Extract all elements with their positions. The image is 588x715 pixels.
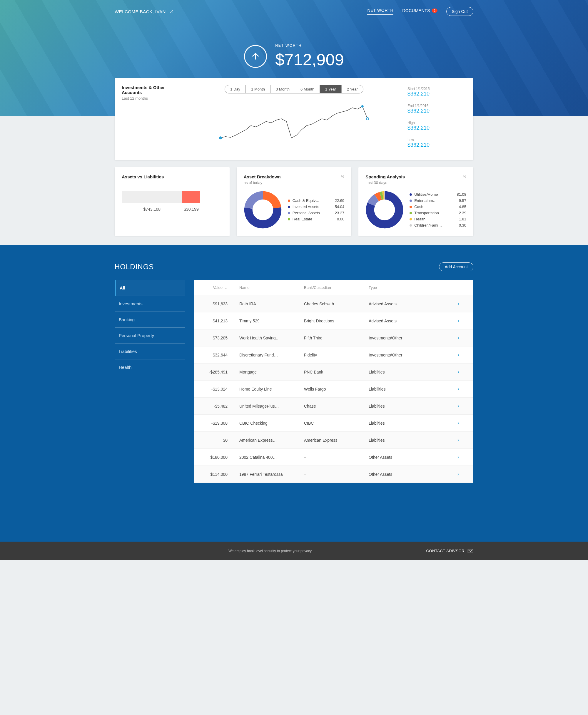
table-row[interactable]: $73,205Work Health Saving…Fifth ThirdInv… (194, 329, 473, 346)
legend-item: Personal Assets23.27 (288, 210, 344, 216)
chevron-right-icon: › (458, 437, 466, 443)
chevron-right-icon: › (458, 369, 466, 375)
svg-point-0 (171, 10, 172, 12)
svg-point-4 (366, 117, 369, 120)
range-tab-1year[interactable]: 1 Year (320, 85, 342, 93)
table-row[interactable]: $91,633Roth IRACharles SchwabAdvised Ass… (194, 295, 473, 312)
asset-breakdown-title: Asset Breakdown (244, 174, 344, 179)
spending-subtitle: Last 30 days (365, 180, 466, 185)
percent-label: % (463, 174, 466, 179)
line-chart (217, 99, 371, 146)
welcome-text: WELCOME BACK, IVAN (115, 9, 174, 14)
holdings-title: HOLDINGS (115, 263, 154, 271)
asset-breakdown-card: Asset Breakdown as of today % Cash & Equ… (237, 167, 352, 236)
avsb-title: Assets vs Liabilities (122, 174, 223, 179)
chevron-right-icon: › (458, 352, 466, 358)
chevron-right-icon: › (458, 335, 466, 341)
legend-item: Cash & Equiv…22.69 (288, 197, 344, 204)
holdings-tab-health[interactable]: Health (115, 360, 185, 375)
table-row[interactable]: -$285,491MortgagePNC BankLiabilties› (194, 364, 473, 381)
legend-item: Entertainm…9.57 (410, 197, 466, 204)
mail-icon (467, 549, 473, 553)
table-row[interactable]: $180,0002002 Catalina 400…–Other Assets› (194, 449, 473, 466)
col-bank-header[interactable]: Bank/Custodian (304, 285, 369, 290)
chevron-right-icon: › (458, 471, 466, 477)
range-tab-1day[interactable]: 1 Day (225, 85, 246, 93)
svg-point-9 (254, 201, 272, 219)
legend-item: Cash4.85 (410, 204, 466, 210)
avsb-bar-chart (122, 191, 223, 203)
chevron-right-icon: › (458, 318, 466, 324)
avsb-assets-value: $743,108 (122, 207, 182, 212)
table-row[interactable]: $114,0001987 Ferrari Testarossa–Other As… (194, 466, 473, 483)
networth-value: $712,909 (275, 50, 344, 69)
table-row[interactable]: -$19,308CBIC CheckingCIBCLiabilties› (194, 415, 473, 432)
range-tab-6month[interactable]: 6 Month (295, 85, 320, 93)
networth-label: NET WORTH (275, 43, 344, 48)
nav-documents[interactable]: DOCUMENTS 2 (402, 8, 437, 15)
holdings-tab-banking[interactable]: Banking (115, 312, 185, 328)
holdings-tab-investments[interactable]: Investments (115, 296, 185, 312)
investments-title: Investments & Other Accounts (122, 85, 181, 95)
col-type-header[interactable]: Type (369, 285, 458, 290)
table-row[interactable]: -$5,482United MileagePlus…ChaseLiabiltie… (194, 397, 473, 415)
holdings-tab-liabilities[interactable]: Liabilities (115, 344, 185, 360)
stat-end-label: End 1/1/2016 (407, 104, 466, 108)
holdings-tab-all[interactable]: All (115, 280, 185, 296)
holdings-table: Value⌄ Name Bank/Custodian Type $91,633R… (194, 280, 473, 483)
svg-rect-17 (468, 549, 473, 552)
welcome-label: WELCOME BACK, IVAN (115, 9, 166, 14)
col-value-header[interactable]: Value⌄ (201, 285, 239, 290)
stat-start-value: $362,210 (407, 91, 466, 97)
col-name-header[interactable]: Name (239, 285, 304, 290)
holdings-tab-personal-property[interactable]: Personal Property (115, 328, 185, 344)
chevron-right-icon: › (458, 386, 466, 392)
chevron-right-icon: › (458, 420, 466, 426)
arrow-up-icon (244, 45, 267, 68)
stat-low-value: $362,210 (407, 142, 466, 148)
legend-item: Invested Assets54.04 (288, 204, 344, 210)
table-row[interactable]: $0American Express…American ExpressLiabi… (194, 432, 473, 449)
legend-item: Children/Fami…0.30 (410, 222, 466, 228)
spending-donut (365, 191, 404, 229)
table-row[interactable]: -$13,024Home Equity LineWells FargoLiabi… (194, 381, 473, 397)
range-tab-2year[interactable]: 2 Year (342, 85, 363, 93)
chevron-right-icon: › (458, 301, 466, 307)
stat-high-label: High (407, 121, 466, 125)
user-icon (169, 9, 174, 14)
stat-high-value: $362,210 (407, 125, 466, 131)
table-header: Value⌄ Name Bank/Custodian Type (194, 280, 473, 295)
assets-vs-liabilities-card: Assets vs Liabilities $743,108 $30,199 (115, 167, 230, 236)
investments-subtitle: Last 12 months (122, 96, 181, 101)
range-tabs: 1 Day1 Month3 Month6 Month1 Year2 Year (225, 85, 363, 93)
legend-item: Health1.81 (410, 216, 466, 222)
investments-chart-card: Investments & Other Accounts Last 12 mon… (115, 78, 473, 160)
stat-start-label: Start 1/1/2015 (407, 87, 466, 91)
range-tab-3month[interactable]: 3 Month (271, 85, 295, 93)
range-tab-1month[interactable]: 1 Month (246, 85, 271, 93)
spending-title: Spending Analysis (365, 174, 466, 179)
spending-analysis-card: Spending Analysis Last 30 days % Utiliti… (358, 167, 473, 236)
table-row[interactable]: $32,644Discretionary Fund…FidelityInvest… (194, 346, 473, 364)
contact-advisor-link[interactable]: CONTACT ADIVSOR (426, 549, 473, 553)
footer-security-text: We employ bank level security to protect… (228, 549, 313, 553)
svg-point-16 (375, 201, 394, 219)
legend-item: Real Estate0.00 (288, 216, 344, 222)
chevron-down-icon: ⌄ (224, 285, 228, 290)
table-row[interactable]: $41,213Timmy 529Bright DirectionsAdvised… (194, 312, 473, 329)
avsb-liabilities-value: $30,199 (182, 207, 201, 212)
chevron-right-icon: › (458, 454, 466, 460)
chevron-right-icon: › (458, 403, 466, 409)
asset-breakdown-subtitle: as of today (244, 180, 344, 185)
percent-label: % (341, 174, 344, 179)
legend-item: Utilities/Home81.08 (410, 191, 466, 197)
svg-point-3 (361, 105, 364, 108)
legend-item: Transportation2.39 (410, 210, 466, 216)
add-account-button[interactable]: Add Account (439, 262, 473, 271)
svg-point-2 (219, 137, 222, 139)
asset-breakdown-donut (244, 191, 282, 229)
stat-low-label: Low (407, 138, 466, 142)
nav-networth[interactable]: NET WORTH (367, 8, 393, 15)
signout-button[interactable]: Sign Out (446, 7, 473, 16)
stat-end-value: $362,210 (407, 108, 466, 114)
